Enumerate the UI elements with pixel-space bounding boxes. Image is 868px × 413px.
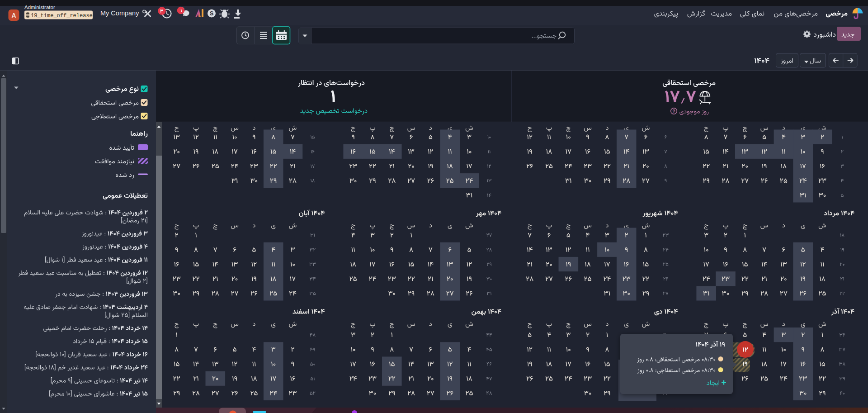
svg-text:?: ? xyxy=(672,109,675,114)
svg-text:S: S xyxy=(210,10,214,17)
svg-text:Administrator: Administrator xyxy=(24,5,55,10)
svg-text:19_time_off_release: 19_time_off_release xyxy=(31,13,93,19)
svg-text:A: A xyxy=(11,12,16,19)
svg-text:My Company: My Company xyxy=(100,9,139,17)
